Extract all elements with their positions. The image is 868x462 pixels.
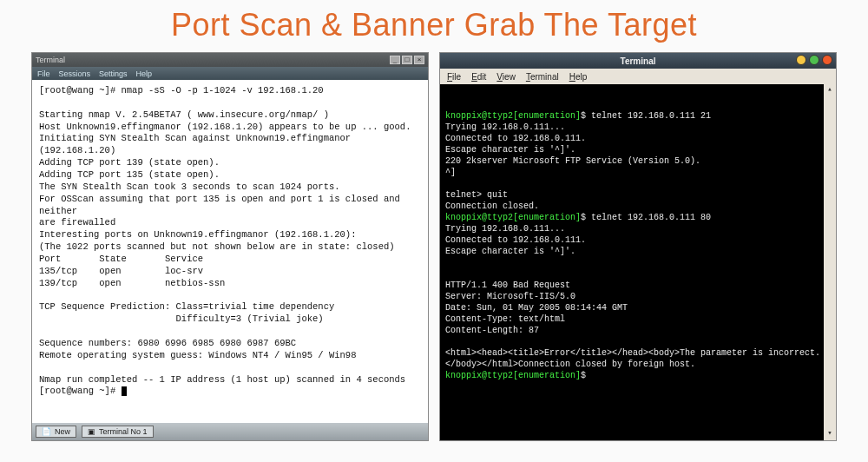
- menu-settings[interactable]: Settings: [99, 69, 128, 78]
- menu-file[interactable]: File: [37, 69, 50, 78]
- terminal-line: Port State Service: [39, 254, 421, 266]
- prompt-sep: $: [581, 371, 591, 380]
- terminal-line: [39, 290, 421, 302]
- right-titlebar[interactable]: Terminal: [440, 53, 836, 69]
- terminal-line: [root@wang ~]# nmap -sS -O -p 1-1024 -v …: [39, 85, 421, 97]
- maximize-icon[interactable]: [809, 55, 819, 65]
- close-icon[interactable]: [822, 55, 832, 65]
- terminal-line: 139/tcp open netbios-ssn: [39, 278, 421, 290]
- scroll-up-icon[interactable]: ▴: [824, 84, 836, 96]
- terminal-line: The SYN Stealth Scan took 3 seconds to s…: [39, 182, 421, 194]
- terminal-line: HTTP/1.1 400 Bad Request: [445, 280, 831, 291]
- left-titlebar[interactable]: Terminal _ □ ×: [32, 53, 428, 67]
- prompt-path: [enumeration]: [513, 111, 581, 121]
- terminal-line: Content-Length: 87: [445, 325, 831, 336]
- terminal-line: Connection closed.: [445, 201, 831, 212]
- right-terminal-window: Terminal File Edit View Terminal Help kn…: [439, 52, 837, 441]
- terminal-line: [39, 97, 421, 109]
- terminal-line: 135/tcp open loc-srv: [39, 266, 421, 278]
- right-title-text: Terminal: [621, 56, 656, 66]
- scrollbar-track[interactable]: [824, 96, 836, 428]
- terminal-line: [39, 362, 421, 374]
- terminal-line: (The 1022 ports scanned but not shown be…: [39, 241, 421, 254]
- left-menubar: File Sessions Settings Help: [32, 67, 428, 80]
- terminal-line: [445, 336, 831, 347]
- terminal-line: telnet> quit: [445, 189, 831, 201]
- left-terminal-window: Terminal _ □ × File Sessions Settings He…: [31, 52, 429, 441]
- terminal-line: 220 2kserver Microsoft FTP Service (Vers…: [445, 155, 831, 167]
- maximize-icon[interactable]: □: [402, 56, 412, 64]
- terminal-line: Escape character is '^]'.: [445, 144, 831, 155]
- terminal-line: Trying 192.168.0.111...: [445, 223, 831, 234]
- terminal-line: Remote operating system guess: Windows N…: [39, 350, 421, 362]
- terminal-line: Nmap run completed -- 1 IP address (1 ho…: [39, 374, 421, 386]
- prompt-sep: $: [581, 111, 591, 121]
- menu-help[interactable]: Help: [136, 69, 153, 78]
- taskbar-new-button[interactable]: 📄 New: [36, 426, 76, 438]
- terminal-icon: ▣: [88, 427, 95, 436]
- terminal-line: Adding TCP port 135 (state open).: [39, 169, 421, 182]
- menu-terminal[interactable]: Terminal: [526, 72, 559, 82]
- terminal-line: knoppix@ttyp2[enumeration]$ telnet 192.1…: [445, 212, 831, 223]
- taskbar-new-label: New: [55, 427, 70, 436]
- slide-title: Port Scan & Banner Grab The Target: [0, 0, 868, 52]
- prompt-path: [enumeration]: [513, 371, 581, 380]
- terminal-line: Difficulty=3 (Trivial joke): [39, 314, 421, 326]
- menu-file[interactable]: File: [447, 72, 461, 82]
- terminal-line: Server: Microsoft-IIS/5.0: [445, 291, 831, 302]
- prompt-command: telnet 192.168.0.111 80: [591, 213, 711, 222]
- terminal-line: Connected to 192.168.0.111.: [445, 234, 831, 246]
- terminal-line: Starting nmap V. 2.54BETA7 ( www.insecur…: [39, 109, 421, 122]
- close-icon[interactable]: ×: [414, 56, 424, 64]
- terminal-line: Trying 192.168.0.111...: [445, 122, 831, 133]
- prompt-user: knoppix@ttyp2: [445, 111, 513, 121]
- prompt-user: knoppix@ttyp2: [445, 371, 513, 380]
- left-terminal-body[interactable]: [root@wang ~]# nmap -sS -O -p 1-1024 -v …: [32, 80, 428, 423]
- terminal-line: Escape character is '^]'.: [445, 246, 831, 257]
- terminal-line: knoppix@ttyp2[enumeration]$ telnet 192.1…: [445, 110, 831, 122]
- terminal-line: [445, 178, 831, 189]
- terminal-line: [445, 257, 831, 268]
- cursor-icon: [122, 386, 127, 396]
- menu-edit[interactable]: Edit: [471, 72, 486, 82]
- terminal-line: knoppix@ttyp2[enumeration]$: [445, 370, 831, 381]
- scroll-down-icon[interactable]: ▾: [824, 428, 836, 440]
- prompt-command: telnet 192.168.0.111 21: [591, 111, 711, 121]
- terminal-line: Sequence numbers: 6980 6996 6985 6980 69…: [39, 338, 421, 350]
- right-terminal-body[interactable]: knoppix@ttyp2[enumeration]$ telnet 192.1…: [440, 84, 836, 440]
- document-icon: 📄: [42, 427, 51, 436]
- menu-sessions[interactable]: Sessions: [59, 69, 91, 78]
- terminal-line: are firewalled: [39, 217, 421, 229]
- terminal-line: For OSScan assuming that port 135 is ope…: [39, 194, 421, 218]
- terminal-line: <html><head><title>Error</title></head><…: [445, 347, 831, 370]
- terminal-line: [445, 268, 831, 280]
- terminal-line: Initiating SYN Stealth Scan against Unkn…: [39, 133, 421, 157]
- right-menubar: File Edit View Terminal Help: [440, 69, 836, 84]
- terminal-line: Host Unknown19.effingmanor (192.168.1.20…: [39, 122, 421, 134]
- terminal-line: Date: Sun, 01 May 2005 08:14:44 GMT: [445, 302, 831, 314]
- prompt-path: [enumeration]: [513, 213, 581, 222]
- prompt-sep: $: [581, 213, 591, 222]
- left-taskbar: 📄 New ▣ Terminal No 1: [32, 423, 428, 440]
- taskbar-tab-button[interactable]: ▣ Terminal No 1: [82, 426, 154, 438]
- terminal-line: Interesting ports on Unknown19.effingman…: [39, 229, 421, 241]
- menu-help[interactable]: Help: [569, 72, 588, 82]
- minimize-icon[interactable]: [796, 55, 806, 65]
- terminal-line: TCP Sequence Prediction: Class=trivial t…: [39, 301, 421, 314]
- prompt-user: knoppix@ttyp2: [445, 213, 513, 222]
- terminal-line: Adding TCP port 139 (state open).: [39, 157, 421, 169]
- taskbar-tab-label: Terminal No 1: [99, 427, 148, 436]
- left-title-text: Terminal: [36, 56, 65, 64]
- terminal-line: ^]: [445, 167, 831, 178]
- scrollbar[interactable]: ▴ ▾: [824, 84, 836, 440]
- menu-view[interactable]: View: [496, 72, 516, 82]
- terminal-line: [39, 326, 421, 338]
- minimize-icon[interactable]: _: [390, 56, 400, 64]
- terminal-line: [root@wang ~]#: [39, 386, 421, 398]
- terminal-line: Content-Type: text/html: [445, 314, 831, 325]
- terminal-line: Connected to 192.168.0.111.: [445, 133, 831, 144]
